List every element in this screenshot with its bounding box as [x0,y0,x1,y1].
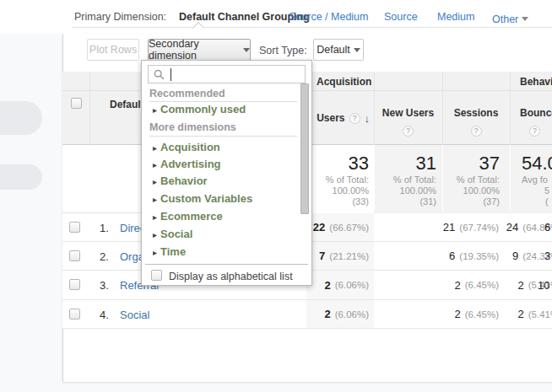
dimension-group-social[interactable]: ▸Social [153,228,192,240]
totals-new-users-line: % of Total: [375,175,436,185]
users-pct: (6.06%) [335,280,369,290]
users-value: 2 [324,279,330,292]
sort-type-label: Sort Type: [259,45,307,56]
expand-arrow-icon: ▸ [153,105,157,115]
users-pct: (66.67%) [329,223,369,233]
totals-bounce-line: ( [511,196,552,207]
expand-arrow-icon: ▸ [153,195,157,204]
help-icon[interactable]: ? [471,126,482,137]
row-checkbox[interactable] [69,279,80,290]
dimension-group-acquisition[interactable]: ▸Acquisition [153,141,220,153]
sessions-header-label: Sessions [442,107,510,119]
dropdown-divider [149,101,297,102]
row-index: 1. [100,222,109,234]
totals-users-line: % of Total: [307,175,369,185]
text-cursor [170,68,171,81]
row-checkbox[interactable] [69,222,80,233]
dimension-group-label: Acquisition [160,141,220,153]
chevron-down-icon [522,17,528,21]
help-icon[interactable]: ? [349,113,360,124]
totals-bounce-cell: 54.0 Avg fo 5 ( [511,145,552,213]
tab-other[interactable]: Other [492,11,528,26]
dimension-group-commonly-used[interactable]: ▸Commonly used [153,103,246,115]
expand-arrow-icon: ▸ [153,177,157,186]
expand-arrow-icon: ▸ [153,212,157,222]
dimension-group-time[interactable]: ▸Time [153,245,186,261]
channel-link[interactable]: Social [120,309,149,321]
totals-users-line: (33) [307,196,369,207]
dropdown-footer-divider [145,264,308,265]
totals-sessions-value: 37 [443,153,500,175]
help-icon[interactable]: ? [403,126,414,137]
nav-placeholder-pill [0,101,42,135]
expand-arrow-icon: ▸ [153,143,157,153]
search-icon [154,69,165,80]
tab-other-label: Other [492,13,518,25]
dimension-group-ecommerce[interactable]: ▸Ecommerce [153,210,223,223]
totals-new-users-line: (31) [375,196,436,207]
tab-source-medium[interactable]: Source / Medium [289,11,368,23]
row-checkbox[interactable] [69,250,80,261]
dropdown-section-recommended: Recommended [149,88,225,99]
dimension-group-label: Advertising [160,158,221,170]
users-value: 22 [313,221,325,234]
tab-source[interactable]: Source [384,11,418,23]
totals-sessions-line: % of Total: [443,175,500,185]
users-header-label: Users [317,112,344,124]
bounce-value: 3 [544,250,550,262]
totals-new-users-line: 100.00% [375,185,436,196]
dimension-group-label: Ecommerce [160,210,223,223]
dimension-group-label: Social [160,228,192,240]
analytics-report-page: Primary Dimension: Default Channel Group… [0,0,552,392]
plot-rows-button[interactable]: Plot Rows [87,39,139,61]
row-index: 4. [100,309,109,321]
primary-bar-divider [72,27,552,28]
users-pct: (6.06%) [335,309,369,320]
secondary-dimension-label: Secondary dimension [149,38,240,62]
totals-users-value: 33 [307,153,369,175]
dropdown-section-more-dimensions: More dimensions [149,121,236,133]
column-header-new-users[interactable]: New Users ? [374,91,442,145]
tab-medium[interactable]: Medium [437,11,474,23]
alphabetical-list-label: Display as alphabetical list [169,271,293,282]
table-row: 4. Social 2(6.06%) 2(6.45%) 2(5.41%) [62,300,552,329]
column-header-bounce-rate[interactable]: Bounce Rate ? [510,91,552,145]
group-header-behavior: Behavior [520,76,552,88]
plot-rows-label: Plot Rows [89,44,137,56]
totals-bounce-line: 5 [511,185,552,196]
totals-new-users-cell: 31 % of Total: 100.00% (31) [375,145,442,213]
dimension-group-custom-variables[interactable]: ▸Custom Variables [153,192,252,205]
dimension-group-label: Custom Variables [160,192,252,205]
sort-descending-icon: ↓ [365,112,371,125]
totals-sessions-line: (37) [443,196,500,207]
dimension-group-label: Behavior [160,175,208,187]
group-header-acquisition: Acquisition [317,76,371,88]
totals-bounce-value: 54.0 [511,153,552,175]
dimension-search-field[interactable] [148,65,306,83]
dimension-group-advertising[interactable]: ▸Advertising [153,158,221,170]
column-header-users[interactable]: Users ? ↓ [306,91,374,145]
users-pct: (21.21%) [329,251,369,261]
bounce-value: 6 [544,221,550,234]
sort-type-dropdown[interactable]: Default [313,39,364,61]
column-header-sessions[interactable]: Sessions ? [442,91,510,145]
secondary-dimension-dropdown-panel: Recommended ▸Commonly used More dimensio… [141,60,312,286]
totals-users-cell: 33 % of Total: 100.00% (33) [307,145,374,213]
alphabetical-list-checkbox[interactable] [151,270,162,281]
dropdown-scrollbar[interactable] [300,83,309,214]
dimension-group-label: Commonly used [160,103,246,115]
totals-bounce-line: Avg fo [511,175,552,185]
chevron-down-icon [243,48,250,52]
dropdown-divider [149,136,297,137]
new-users-header-label: New Users [374,107,442,119]
select-all-checkbox[interactable] [71,98,82,109]
secondary-dimension-button[interactable]: Secondary dimension [148,39,251,61]
totals-sessions-cell: 37 % of Total: 100.00% (37) [443,145,510,213]
row-index: 3. [100,279,109,292]
row-checkbox[interactable] [69,309,80,320]
expand-arrow-icon: ▸ [153,248,157,257]
dimension-group-behavior[interactable]: ▸Behavior [153,175,208,187]
primary-dimension-label: Primary Dimension: [74,11,166,23]
help-icon[interactable]: ? [529,126,540,137]
bounce-rate-header-label: Bounce Rate [520,107,552,119]
